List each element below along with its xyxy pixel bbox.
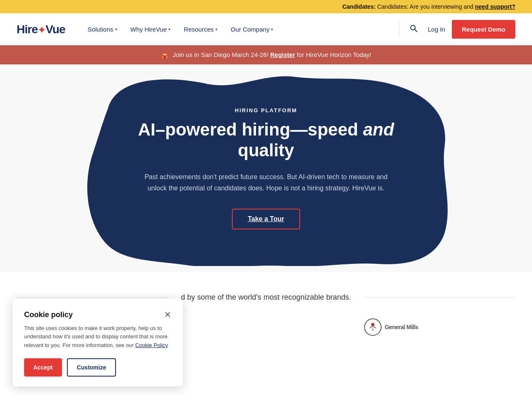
brands-trusted-text: d by some of the world's most recognizab… [181,293,351,301]
solutions-label: Solutions [88,26,113,33]
nav-links: Solutions ▾ Why HireVue ▾ Resources ▾ Ou… [82,22,392,36]
nav-our-company[interactable]: Our Company ▾ [225,22,279,36]
brands-right-line [364,297,515,298]
cookie-close-button[interactable]: ✕ [164,310,171,319]
chevron-down-icon: ▾ [215,27,217,32]
svg-line-1 [415,30,417,32]
hero-description: Past achievements don't predict future s… [141,171,391,194]
event-banner: 🎪 Join us in San Diego March 24-26! Regi… [0,45,532,64]
take-tour-button[interactable]: Take a Tour [232,209,300,229]
candidates-bold: Candidates: [342,3,376,10]
hero-title: AI–powered hiring—speed and quality [121,119,411,161]
search-button[interactable] [406,21,421,38]
chevron-down-icon: ▾ [115,27,117,32]
svg-point-3 [371,323,374,326]
event-emoji: 🎪 [161,51,169,58]
nav-actions: Log In Request Demo [406,20,515,39]
cookie-policy-link[interactable]: Cookie Policy [135,342,168,348]
hero-tag: HIRING PLATFORM [121,107,411,113]
need-support-link[interactable]: need support? [475,3,515,10]
logo-part2: Vue [45,23,65,36]
cookie-header: Cookie policy ✕ [24,310,171,319]
main-nav: Hire✦Vue Solutions ▾ Why HireVue ▾ Resou… [0,13,532,45]
hero-content: HIRING PLATFORM AI–powered hiring—speed … [121,107,411,229]
our-company-label: Our Company [231,26,269,33]
nav-resources[interactable]: Resources ▾ [178,22,223,36]
nav-divider [399,21,399,38]
chevron-down-icon: ▾ [271,27,273,32]
brand-general-mills: General Mills [364,318,419,336]
hero-section: HIRING PLATFORM AI–powered hiring—speed … [0,64,532,272]
nav-why-hirevue[interactable]: Why HireVue ▾ [125,22,177,36]
logo-link[interactable]: Hire✦Vue [17,23,65,36]
login-link[interactable]: Log In [428,26,445,33]
logo-part1: Hire [17,23,37,36]
brands-left-line [17,297,168,298]
top-candidates-banner: Candidates: Candidates: Are you intervie… [0,0,532,13]
logo-star: ✦ [38,25,45,35]
why-hirevue-label: Why HireVue [131,26,167,33]
cookie-title: Cookie policy [24,310,73,319]
cookie-body-text: This site uses cookies to make it work p… [24,324,171,350]
logo: Hire✦Vue [17,23,65,36]
brands-header-text: d by some of the world's most recognizab… [181,293,351,302]
general-mills-text: General Mills [385,324,419,330]
resources-label: Resources [184,26,214,33]
nav-solutions[interactable]: Solutions ▾ [82,22,123,36]
hero-title-before: AI–powered hiring—speed [138,120,363,139]
cookie-banner: Cookie policy ✕ This site uses cookies t… [12,299,183,352]
candidates-text: Candidates: Are you interviewing and [377,3,475,10]
hero-title-after: quality [238,140,294,160]
register-link[interactable]: Register [270,51,295,58]
chevron-down-icon: ▾ [168,27,170,32]
hero-title-italic: and [363,120,394,139]
request-demo-button[interactable]: Request Demo [452,20,515,39]
event-text: Join us in San Diego March 24-26! [173,51,268,58]
event-suffix: for HireVue Horizon Today! [297,51,371,58]
